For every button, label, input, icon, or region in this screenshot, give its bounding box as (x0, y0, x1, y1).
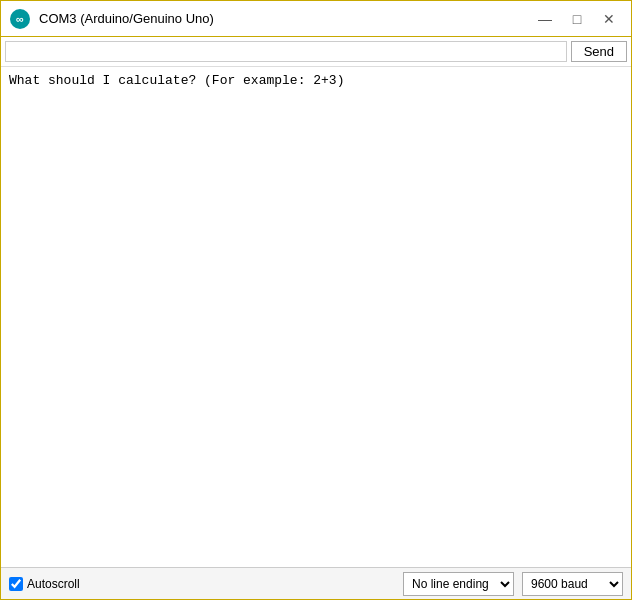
title-bar: ∞ COM3 (Arduino/Genuino Uno) — □ ✕ (0, 0, 632, 36)
autoscroll-text: Autoscroll (27, 577, 80, 591)
autoscroll-label[interactable]: Autoscroll (9, 577, 80, 591)
serial-monitor-window: Send What should I calculate? (For examp… (0, 36, 632, 600)
serial-output: What should I calculate? (For example: 2… (1, 67, 631, 567)
input-bar: Send (1, 37, 631, 67)
status-bar: Autoscroll No line ending Newline Carria… (1, 567, 631, 599)
baud-rate-select[interactable]: 300 baud 1200 baud 2400 baud 4800 baud 9… (522, 572, 623, 596)
autoscroll-checkbox[interactable] (9, 577, 23, 591)
close-button[interactable]: ✕ (595, 8, 623, 30)
serial-input[interactable] (5, 41, 567, 62)
maximize-button[interactable]: □ (563, 8, 591, 30)
send-button[interactable]: Send (571, 41, 627, 62)
line-ending-select[interactable]: No line ending Newline Carriage return B… (403, 572, 514, 596)
svg-text:∞: ∞ (16, 13, 24, 25)
window-title: COM3 (Arduino/Genuino Uno) (39, 11, 531, 26)
minimize-button[interactable]: — (531, 8, 559, 30)
window-controls: — □ ✕ (531, 8, 623, 30)
arduino-logo-icon: ∞ (9, 8, 31, 30)
